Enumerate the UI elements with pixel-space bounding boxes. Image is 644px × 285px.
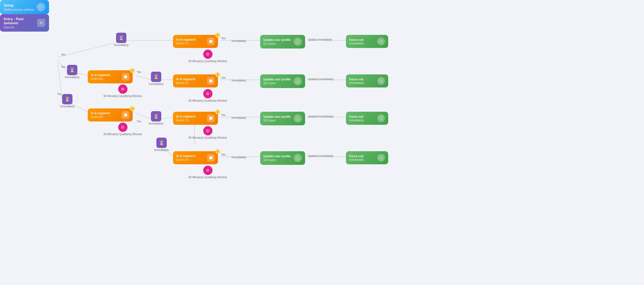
segment-node-b1[interactable]: Is in segment Event B1 ! [88, 70, 133, 83]
update-node-2[interactable]: Update user profile S2 Users [260, 74, 305, 88]
seg-c3-icon [207, 114, 215, 122]
upd2-icon [294, 77, 302, 85]
wait-icon-c4: ⏳ [156, 138, 167, 148]
svg-line-0 [58, 42, 117, 57]
wait-node-top[interactable]: ⏳ Immediately [114, 33, 129, 47]
seg-b2-title: Is in segment [91, 111, 110, 115]
upd1-users: S1 Users [263, 42, 291, 45]
conn-yes-c2: Yes [221, 76, 226, 79]
qualify-label-c4: 60 Minute(s) Qualifying Window [189, 176, 227, 179]
seg-c4-badge: ! [215, 149, 220, 154]
wait-icon-c2: ⏳ [151, 72, 161, 82]
svg-rect-25 [209, 156, 212, 159]
svg-rect-21 [124, 114, 127, 117]
seg-b1-title: Is in segment [91, 73, 110, 77]
update-node-4[interactable]: Update user profile S4 Users [260, 151, 305, 165]
conn-label-yes-b1: Yes [61, 65, 65, 68]
seg-c2-event: Event C2 [176, 81, 195, 84]
segment-node-c4[interactable]: Is in segment Event C4 ! [173, 151, 218, 164]
setup-gear-button[interactable] [37, 3, 45, 11]
segment-node-c1[interactable]: Is in segment Event C1 ! [173, 35, 218, 48]
seg-c4-event: Event C4 [176, 158, 195, 161]
conn-label-yes-top: Yes [61, 53, 65, 56]
conn-imm-c2: Immediately [232, 79, 246, 82]
wait-node-c2[interactable]: ⏳ Immediately [149, 72, 163, 86]
force3-icon [377, 114, 385, 122]
upd3-icon [294, 114, 302, 123]
wait-node-b2[interactable]: ⏳ Immediately [60, 94, 75, 108]
entry-icon-button[interactable] [37, 19, 45, 27]
seg-c3-badge: ! [215, 110, 220, 114]
upd4-users: S4 Users [263, 158, 291, 162]
force2-title: Force exit [349, 78, 364, 81]
setup-node[interactable]: Setup Define journey settings [0, 0, 49, 14]
seg-c3-event: Event C3 [176, 119, 195, 122]
conn-imm-c1: Immediately [232, 40, 246, 43]
qualify-node-c1: ⚙ 60 Minute(s) Qualifying Window [189, 50, 227, 63]
seg-c1-icon [207, 38, 215, 45]
segment-node-c2[interactable]: Is in segment Event C2 ! [173, 74, 218, 87]
force-node-3[interactable]: Force exit Immediately [346, 112, 388, 125]
qualify-label-c1: 60 Minute(s) Qualifying Window [189, 60, 227, 63]
wait-label-c4: Immediately [154, 148, 169, 151]
segment-node-c3[interactable]: Is in segment Event C3 ! [173, 112, 218, 125]
qualify-icon-c4: ⚙ [203, 166, 212, 175]
seg-b1-icon [122, 73, 129, 81]
upd2-title: Update user profile [263, 78, 291, 81]
wait-node-b1[interactable]: ⏳ Immediately [65, 65, 80, 79]
conn-label-yes-b1-c2: Yes [137, 71, 141, 74]
wait-icon-top: ⏳ [116, 33, 126, 43]
force1-icon [377, 38, 385, 45]
force3-sub: Immediately [349, 119, 364, 122]
force-node-2[interactable]: Force exit Immediately [346, 74, 388, 87]
upd4-title: Update user profile [263, 154, 291, 158]
wait-node-c3[interactable]: ⏳ Immediately [149, 111, 163, 125]
setup-sublabel: Define journey settings [4, 8, 34, 11]
segment-node-b2[interactable]: Is in segment Event B2 ! [88, 108, 133, 122]
qualify-icon-c3: ⚙ [203, 126, 212, 135]
conn-upd3: Updated Immediately [308, 115, 334, 118]
wait-icon-b1: ⏳ [67, 65, 77, 75]
qualify-node-c3: ⚙ 60 Minute(s) Qualifying Window [189, 126, 227, 139]
upd2-users: S2 Users [263, 81, 291, 85]
seg-c3-title: Is in segment [176, 115, 195, 118]
wait-icon-c3: ⏳ [151, 111, 161, 122]
qualify-icon-c1: ⚙ [203, 50, 212, 59]
entry-node[interactable]: Entry - Past behavior Event A [0, 14, 49, 32]
force-node-4[interactable]: Force exit Immediately [346, 151, 388, 164]
conn-yes-c1: Yes [221, 37, 226, 40]
wait-node-c4[interactable]: ⏳ Immediately [154, 138, 169, 151]
svg-rect-24 [209, 117, 212, 120]
update-node-3[interactable]: Update user profile S3 Users [260, 112, 305, 125]
qualify-icon-b2: ⚙ [118, 123, 127, 132]
update-node-1[interactable]: Update user profile S1 Users [260, 35, 305, 48]
seg-b1-event: Event B1 [91, 77, 110, 80]
force1-sub: Immediately [349, 42, 364, 45]
wait-label-b2: Immediately [60, 105, 75, 108]
seg-c4-title: Is in segment [176, 154, 195, 157]
seg-c1-event: Event C1 [176, 42, 195, 45]
seg-c2-icon [207, 77, 215, 85]
conn-upd2: Updated Immediately [308, 78, 334, 81]
upd3-title: Update user profile [263, 115, 291, 118]
seg-b1-badge: ! [130, 68, 135, 73]
conn-yes-c3: Yes [221, 114, 226, 117]
force4-sub: Immediately [349, 158, 364, 161]
seg-b2-badge: ! [130, 106, 135, 111]
seg-c1-badge: ! [215, 33, 220, 38]
entry-sublabel: Event A [4, 26, 37, 29]
conn-label-yes-b2-c3: Yes [137, 120, 141, 123]
force-node-1[interactable]: Force exit Immediately [346, 35, 388, 48]
qualify-node-b1: ⚙ 60 Minute(s) Qualifying Window [104, 84, 142, 98]
conn-imm-c4: Immediately [232, 156, 246, 159]
flow-lines [0, 0, 644, 285]
svg-rect-22 [209, 40, 212, 43]
force4-icon [377, 154, 385, 162]
setup-label: Setup [4, 3, 34, 7]
wait-icon-b2: ⏳ [62, 94, 72, 104]
seg-c1-title: Is in segment [176, 38, 195, 41]
seg-b2-icon [122, 111, 129, 119]
conn-imm-c3: Immediately [232, 116, 246, 119]
wait-label-c3: Immediately [149, 122, 163, 125]
wait-label-b1: Immediately [65, 76, 80, 79]
